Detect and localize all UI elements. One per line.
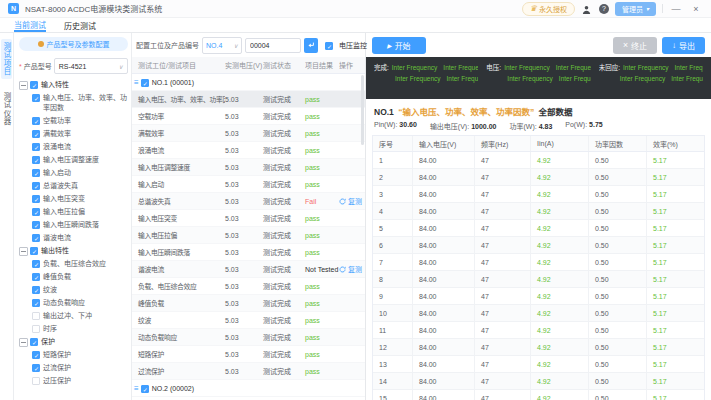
item-checkbox[interactable] — [32, 182, 40, 190]
station-group-row[interactable]: NO.1 (00001) — [132, 74, 365, 91]
test-row[interactable]: 输入电压瞬间跌落5.03测试完成pass — [132, 244, 365, 261]
result-row[interactable]: 284.00474.920.505.17 — [373, 169, 704, 186]
test-row[interactable]: 峰值负载5.03测试完成pass — [132, 295, 365, 312]
item-checkbox[interactable] — [32, 351, 40, 359]
test-row[interactable]: 输入电压突变5.03测试完成pass — [132, 210, 365, 227]
item-checkbox[interactable] — [32, 364, 40, 372]
group-checkbox[interactable] — [141, 79, 149, 87]
product-model-select[interactable]: RS-4521 — [54, 58, 128, 74]
tree-item-row[interactable]: 负载、电压综合效应 — [19, 259, 128, 269]
confirm-button[interactable] — [304, 38, 318, 53]
test-row[interactable]: 输入电压、功率、效率、功率因数5.03测试完成pass — [132, 91, 365, 108]
item-checkbox[interactable] — [32, 208, 40, 216]
test-row[interactable]: 短路保护5.03测试完成pass — [132, 346, 365, 363]
item-checkbox[interactable] — [32, 143, 40, 151]
tree-group-row[interactable]: 输出特性 — [19, 246, 128, 256]
tree-item-row[interactable]: 动态负载响应 — [19, 298, 128, 308]
item-checkbox[interactable] — [32, 117, 40, 125]
result-row[interactable]: 984.00474.920.505.17 — [373, 288, 704, 305]
item-checkbox[interactable] — [30, 247, 38, 255]
item-checkbox[interactable] — [32, 234, 40, 242]
tree-item-row[interactable]: 谐波电流 — [19, 233, 128, 243]
export-button[interactable]: 导出 — [662, 37, 705, 54]
item-checkbox[interactable] — [32, 286, 40, 294]
product-code-input[interactable] — [245, 38, 301, 53]
test-row[interactable]: 总谐波失真5.03测试完成Fail复测 — [132, 193, 365, 210]
retest-button[interactable]: 复测 — [339, 264, 362, 274]
start-button[interactable]: 开始 — [372, 37, 426, 54]
result-row[interactable]: 484.00474.920.505.17 — [373, 203, 704, 220]
tree-item-row[interactable]: 时序 — [19, 324, 128, 334]
result-row[interactable]: 584.00474.920.505.17 — [373, 220, 704, 237]
help-icon[interactable] — [599, 4, 609, 14]
minimize-button[interactable]: — — [669, 4, 683, 14]
item-checkbox[interactable] — [32, 195, 40, 203]
item-checkbox[interactable] — [32, 312, 40, 320]
tree-group-row[interactable]: 保护 — [19, 337, 128, 347]
tree-item-row[interactable]: 空载功率 — [19, 116, 128, 126]
test-row[interactable]: 负载、电压综合效应5.03测试完成pass — [132, 278, 365, 295]
product-config-button[interactable]: 产品型号及参数配置 — [19, 37, 128, 51]
test-row[interactable]: 满载效率5.03测试完成pass — [132, 125, 365, 142]
item-checkbox[interactable] — [32, 221, 40, 229]
test-row[interactable]: 纹波5.03测试完成pass — [132, 312, 365, 329]
tree-item-row[interactable]: 输入电压瞬间跌落 — [19, 220, 128, 230]
station-select[interactable]: NO.4 — [202, 37, 242, 54]
voltage-monitor-checkbox[interactable]: 电压监控 — [325, 40, 367, 50]
user-icon[interactable] — [581, 3, 593, 14]
item-checkbox[interactable] — [32, 94, 40, 102]
tree-item-row[interactable]: 纹波 — [19, 285, 128, 295]
group-checkbox[interactable] — [141, 385, 149, 393]
tree-item-row[interactable]: 输入电压拉偏 — [19, 207, 128, 217]
vertical-scrollbar[interactable] — [361, 75, 364, 145]
result-row[interactable]: 1284.00474.920.505.17 — [373, 339, 704, 356]
rail-instruments[interactable]: 测试仪器 — [1, 89, 12, 129]
stop-button[interactable]: 终止 — [613, 37, 657, 54]
result-row[interactable]: 1584.00474.920.505.17 — [373, 390, 704, 400]
result-row[interactable]: 684.00474.920.505.17 — [373, 237, 704, 254]
tree-group-row[interactable]: 输入特性 — [19, 80, 128, 90]
test-row[interactable]: 输入电压调整速度5.03测试完成pass — [132, 159, 365, 176]
result-row[interactable]: 1484.00474.920.505.17 — [373, 373, 704, 390]
drag-handle-icon[interactable] — [134, 78, 141, 87]
user-menu-button[interactable]: 管理员 — [615, 2, 656, 16]
item-checkbox[interactable] — [30, 81, 38, 89]
item-checkbox[interactable] — [32, 260, 40, 268]
tab-history-test[interactable]: 历史测试 — [64, 18, 96, 32]
item-checkbox[interactable] — [32, 169, 40, 177]
item-checkbox[interactable] — [32, 130, 40, 138]
test-row[interactable]: 浪涌电流5.03测试完成pass — [132, 142, 365, 159]
test-row[interactable]: 谐波电流5.03测试完成Not Tested复测 — [132, 261, 365, 278]
tree-item-row[interactable]: 输入电压调整速度 — [19, 155, 128, 165]
result-row[interactable]: 1184.00474.920.505.17 — [373, 322, 704, 339]
result-row[interactable]: 384.00474.920.505.17 — [373, 186, 704, 203]
result-row[interactable]: 884.00474.920.505.17 — [373, 271, 704, 288]
item-checkbox[interactable] — [32, 156, 40, 164]
tab-current-test[interactable]: 当前测试 — [14, 18, 46, 32]
item-checkbox[interactable] — [32, 273, 40, 281]
result-row[interactable]: 1084.00474.920.505.17 — [373, 305, 704, 322]
collapse-icon[interactable] — [19, 81, 28, 90]
item-checkbox[interactable] — [30, 338, 38, 346]
tree-item-row[interactable]: 峰值负载 — [19, 272, 128, 282]
test-row[interactable]: 空载功率5.03测试完成pass — [132, 108, 365, 125]
tree-item-row[interactable]: 短路保护 — [19, 350, 128, 360]
drag-handle-icon[interactable] — [134, 384, 141, 393]
result-row[interactable]: 1384.00474.920.505.17 — [373, 356, 704, 373]
tree-item-row[interactable]: 满载效率 — [19, 129, 128, 139]
tree-item-row[interactable]: 输入启动 — [19, 168, 128, 178]
tree-item-row[interactable]: 总谐波失真 — [19, 181, 128, 191]
item-checkbox[interactable] — [32, 299, 40, 307]
tree-item-row[interactable]: 过流保护 — [19, 363, 128, 373]
result-row[interactable]: 784.00474.920.505.17 — [373, 254, 704, 271]
rail-test-items[interactable]: 测试项目 — [1, 39, 12, 79]
collapse-icon[interactable] — [19, 247, 28, 256]
tree-item-row[interactable]: 浪涌电流 — [19, 142, 128, 152]
station-group-row[interactable]: NO.2 (00002) — [132, 380, 365, 397]
tree-item-row[interactable]: 输入电压、功率、效率、功率因数 — [19, 93, 128, 113]
close-button[interactable]: × — [689, 4, 703, 14]
test-row[interactable]: 动态负载响应5.03测试完成pass — [132, 329, 365, 346]
license-badge[interactable]: 永久授权 — [522, 2, 575, 16]
test-row[interactable]: 输入启动5.03测试完成pass — [132, 176, 365, 193]
tree-item-row[interactable]: 过压保护 — [19, 376, 128, 386]
